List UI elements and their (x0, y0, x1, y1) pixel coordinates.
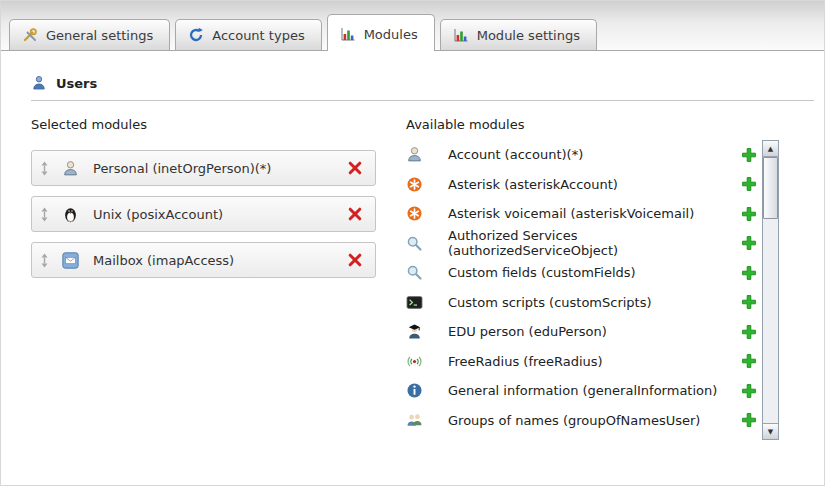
tab-label: General settings (46, 28, 153, 43)
tab-modules[interactable]: Modules (327, 14, 435, 51)
module-label: Asterisk voicemail (asteriskVoicemail) (448, 206, 730, 221)
drag-handle-icon[interactable] (40, 253, 50, 268)
module-label: Custom scripts (customScripts) (448, 295, 730, 310)
available-module-row: Account (account)(*) (406, 140, 762, 170)
module-label: Account (account)(*) (448, 147, 730, 162)
lam-configuration-window: General settings Account types (0, 0, 825, 486)
module-label: Asterisk (asteriskAccount) (448, 177, 730, 192)
info-icon (406, 382, 423, 399)
refresh-icon (188, 27, 204, 43)
antenna-icon (406, 353, 423, 370)
add-module-button[interactable] (741, 324, 757, 340)
module-label: Unix (posixAccount) (93, 207, 347, 222)
tab-content: Users Selected modules (1, 51, 824, 440)
module-label: EDU person (eduPerson) (448, 324, 730, 339)
group-icon (406, 412, 423, 429)
asterisk-icon (406, 176, 423, 193)
add-module-button[interactable] (741, 235, 757, 251)
selected-modules-column: Selected modules (31, 117, 376, 440)
selected-modules-heading: Selected modules (31, 117, 376, 132)
tab-account-types[interactable]: Account types (175, 19, 321, 50)
delete-module-button[interactable] (347, 160, 363, 176)
selected-module-row[interactable]: Unix (posixAccount) (31, 196, 376, 232)
add-module-button[interactable] (741, 265, 757, 281)
tab-label: Module settings (477, 28, 580, 43)
available-module-row: EDU person (eduPerson) (406, 317, 762, 347)
available-module-row: FreeRadius (freeRadius) (406, 347, 762, 377)
section-title: Users (56, 76, 97, 91)
scrollbar-thumb[interactable] (763, 157, 778, 219)
selected-module-row[interactable]: Personal (inetOrgPerson)(*) (31, 150, 376, 186)
selected-module-row[interactable]: Mailbox (imapAccess) (31, 242, 376, 278)
terminal-icon (406, 294, 423, 311)
available-module-row: Authorized Services (authorizedServiceOb… (406, 229, 762, 259)
graduate-icon (406, 323, 423, 340)
available-modules-list: Account (account)(*) (406, 140, 762, 435)
available-modules-column: Available modules Account (account)(*) (406, 117, 779, 440)
available-module-row: General information (generalInformation) (406, 376, 762, 406)
mailbox-icon (62, 252, 79, 269)
add-module-button[interactable] (741, 412, 757, 428)
wrench-icon (22, 27, 38, 43)
drag-handle-icon[interactable] (40, 207, 50, 222)
module-label: FreeRadius (freeRadius) (448, 354, 730, 369)
chart-icon (453, 27, 469, 43)
drag-handle-icon[interactable] (40, 161, 50, 176)
available-module-row: Asterisk voicemail (asteriskVoicemail) (406, 199, 762, 229)
tab-module-settings[interactable]: Module settings (440, 19, 597, 50)
tab-label: Modules (364, 27, 418, 42)
delete-module-button[interactable] (347, 206, 363, 222)
magnifier-icon (406, 235, 423, 252)
add-module-button[interactable] (741, 206, 757, 222)
add-module-button[interactable] (741, 353, 757, 369)
module-label: Mailbox (imapAccess) (93, 253, 347, 268)
available-module-row: Asterisk (asteriskAccount) (406, 170, 762, 200)
user-icon (62, 160, 79, 177)
available-module-row: Custom fields (customFields) (406, 258, 762, 288)
available-module-row: Custom scripts (customScripts) (406, 288, 762, 318)
module-label: Groups of names (groupOfNamesUser) (448, 413, 730, 428)
tab-bar: General settings Account types (1, 1, 824, 51)
users-icon (31, 75, 47, 91)
account-type-header: Users (31, 75, 814, 101)
scroll-down-button[interactable]: ▼ (763, 423, 778, 439)
scroll-up-button[interactable]: ▲ (763, 141, 778, 157)
scrollbar-track[interactable] (763, 157, 778, 423)
add-module-button[interactable] (741, 176, 757, 192)
available-module-row: Groups of names (groupOfNamesUser) (406, 406, 762, 436)
module-label: Authorized Services (authorizedServiceOb… (448, 228, 730, 258)
tab-label: Account types (212, 28, 304, 43)
add-module-button[interactable] (741, 147, 757, 163)
modules-columns: Selected modules (31, 117, 814, 440)
module-label: Personal (inetOrgPerson)(*) (93, 161, 347, 176)
chart-icon (340, 26, 356, 42)
available-modules-heading: Available modules (406, 117, 779, 132)
module-label: General information (generalInformation) (448, 383, 730, 398)
tab-general-settings[interactable]: General settings (9, 19, 170, 50)
penguin-icon (62, 206, 79, 223)
asterisk-icon (406, 205, 423, 222)
user-icon (406, 146, 423, 163)
magnifier-icon (406, 264, 423, 281)
add-module-button[interactable] (741, 294, 757, 310)
add-module-button[interactable] (741, 383, 757, 399)
available-modules-scrollbar[interactable]: ▲ ▼ (762, 140, 779, 440)
module-label: Custom fields (customFields) (448, 265, 730, 280)
delete-module-button[interactable] (347, 252, 363, 268)
